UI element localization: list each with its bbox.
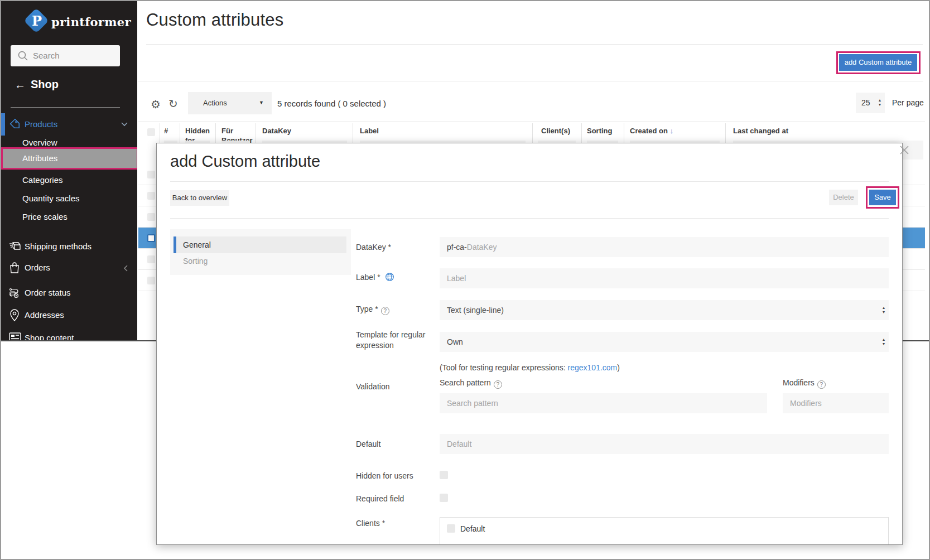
- column-header-label[interactable]: Label: [360, 126, 444, 136]
- delete-button[interactable]: Delete: [829, 190, 858, 205]
- modal-nav: General Sorting: [170, 229, 351, 275]
- search-pattern-label: Search pattern?: [440, 378, 502, 389]
- globe-icon[interactable]: [385, 272, 394, 282]
- actions-dropdown[interactable]: Actions ▼: [188, 92, 272, 114]
- search-input[interactable]: Search: [11, 45, 120, 66]
- table-top-border: [138, 122, 925, 122]
- column-header-sorting[interactable]: Sorting: [587, 126, 620, 136]
- row-checkbox[interactable]: [147, 192, 155, 200]
- label-input[interactable]: Label: [440, 268, 889, 288]
- caret-down-icon: ▼: [259, 100, 264, 105]
- sidebar-item-quantity-sacles[interactable]: Quantity sacles: [22, 194, 80, 203]
- modal-divider: [170, 218, 889, 219]
- row-checkbox[interactable]: [147, 255, 155, 263]
- modal-title: add Custom attribute: [170, 152, 320, 171]
- save-button[interactable]: Save: [869, 190, 896, 205]
- required-field-checkbox[interactable]: [440, 494, 448, 502]
- modal-nav-general[interactable]: General: [174, 236, 346, 253]
- type-text: Type *: [356, 305, 378, 313]
- sidebar-item-order-status[interactable]: Order status: [1, 284, 137, 301]
- sidebar-item-shipping-methods[interactable]: Shipping methods: [1, 238, 137, 255]
- close-icon[interactable]: [899, 144, 910, 156]
- sidebar-item-addresses[interactable]: Addresses: [1, 307, 137, 324]
- datakey-placeholder: DataKey: [467, 243, 497, 252]
- sidebar-item-orders[interactable]: Orders: [1, 259, 137, 276]
- column-header-clients[interactable]: Client(s): [541, 126, 580, 136]
- datakey-prefix: pf-ca-: [447, 243, 467, 252]
- nav-label: General: [183, 240, 211, 249]
- note-suffix: ): [617, 363, 620, 372]
- sidebar-item-categories[interactable]: Categories: [22, 175, 63, 185]
- sidebar-item-overview[interactable]: Overview: [22, 138, 57, 147]
- select-stepper-icon: ▴▾: [883, 306, 885, 315]
- default-input[interactable]: Default: [440, 434, 889, 454]
- column-header-index[interactable]: #: [164, 126, 175, 136]
- annotation-box-add-button: [836, 51, 921, 74]
- type-select[interactable]: Text (single-line) ▴▾: [440, 300, 889, 320]
- modal-nav-sorting[interactable]: Sorting: [183, 257, 208, 265]
- column-header-last-changed[interactable]: Last changed at: [733, 126, 845, 136]
- sidebar-divider: [11, 107, 120, 108]
- screenshot-canvas: P printformer Search ←Shop Products Over…: [0, 0, 930, 560]
- shopping-bag-icon: [8, 261, 21, 276]
- per-page-value: 25: [861, 98, 870, 107]
- sidebar-item-label: Shop content: [25, 333, 74, 340]
- modifiers-label: Modifiers?: [783, 378, 826, 389]
- select-all-checkbox[interactable]: [147, 128, 155, 136]
- regex101-link[interactable]: regex101.com: [568, 363, 618, 372]
- search-pattern-input[interactable]: Search pattern: [440, 393, 767, 413]
- refresh-icon[interactable]: ↻: [168, 97, 178, 110]
- hidden-for-users-label: Hidden for users: [356, 471, 413, 481]
- modifiers-text: Modifiers: [783, 378, 815, 387]
- client-default-label: Default: [460, 524, 485, 533]
- default-label: Default: [356, 439, 380, 450]
- per-page-label: Per page: [892, 98, 924, 107]
- row-checkbox[interactable]: [147, 277, 155, 284]
- note-prefix: (Tool for testing regular expressions:: [440, 363, 568, 372]
- search-pattern-placeholder: Search pattern: [447, 399, 498, 408]
- template-select[interactable]: Own ▴▾: [440, 332, 889, 352]
- help-icon[interactable]: ?: [494, 380, 502, 389]
- active-indicator-bar: [174, 236, 176, 253]
- sidebar-item-price-scales[interactable]: Price scales: [22, 212, 68, 221]
- back-to-shop[interactable]: ←Shop: [15, 78, 59, 91]
- settings-gear-icon[interactable]: ⚙: [151, 98, 161, 111]
- per-page-select[interactable]: 25 ▴▾: [856, 93, 885, 113]
- content-layout-icon: [8, 331, 22, 340]
- datakey-label: DataKey *: [356, 242, 391, 253]
- row-checkbox[interactable]: [147, 171, 155, 178]
- add-custom-attribute-modal: add Custom attribute Back to overview De…: [156, 143, 903, 545]
- modifiers-input[interactable]: Modifiers: [783, 393, 889, 413]
- column-header-datakey[interactable]: DataKey: [262, 126, 346, 136]
- map-pin-icon: [8, 308, 21, 325]
- sort-desc-icon: ↓: [670, 127, 674, 135]
- select-stepper-icon: ▴▾: [879, 98, 881, 107]
- modifiers-placeholder: Modifiers: [790, 399, 822, 408]
- shipping-box-icon: [8, 240, 22, 255]
- row-checkbox-checked[interactable]: [147, 234, 155, 242]
- client-default-checkbox[interactable]: [447, 524, 455, 533]
- sidebar-item-attributes[interactable]: Attributes: [1, 147, 137, 170]
- validation-label: Validation: [356, 382, 389, 392]
- column-header-created-on[interactable]: Created on ↓: [630, 126, 719, 136]
- shop-label: Shop: [31, 78, 59, 90]
- type-value: Text (single-line): [447, 306, 504, 315]
- sidebar-item-shop-content[interactable]: Shop content: [1, 330, 137, 340]
- actions-label: Actions: [203, 99, 227, 107]
- help-icon[interactable]: ?: [817, 380, 826, 389]
- header-divider: [146, 44, 923, 45]
- help-icon[interactable]: ?: [381, 307, 389, 315]
- row-checkbox[interactable]: [147, 213, 155, 221]
- sidebar-item-label: Addresses: [25, 310, 64, 320]
- modal-divider: [170, 181, 889, 182]
- clients-list: Default: [440, 517, 889, 545]
- back-to-overview-button[interactable]: Back to overview: [170, 190, 229, 206]
- search-pattern-text: Search pattern: [440, 378, 491, 387]
- select-stepper-icon: ▴▾: [883, 337, 885, 346]
- sidebar-item-products[interactable]: Products: [1, 116, 137, 133]
- default-placeholder: Default: [447, 440, 471, 448]
- label-label: Label *: [356, 272, 394, 283]
- template-value: Own: [447, 337, 463, 346]
- hidden-for-users-checkbox[interactable]: [440, 471, 448, 479]
- datakey-input[interactable]: pf-ca-DataKey: [440, 237, 889, 257]
